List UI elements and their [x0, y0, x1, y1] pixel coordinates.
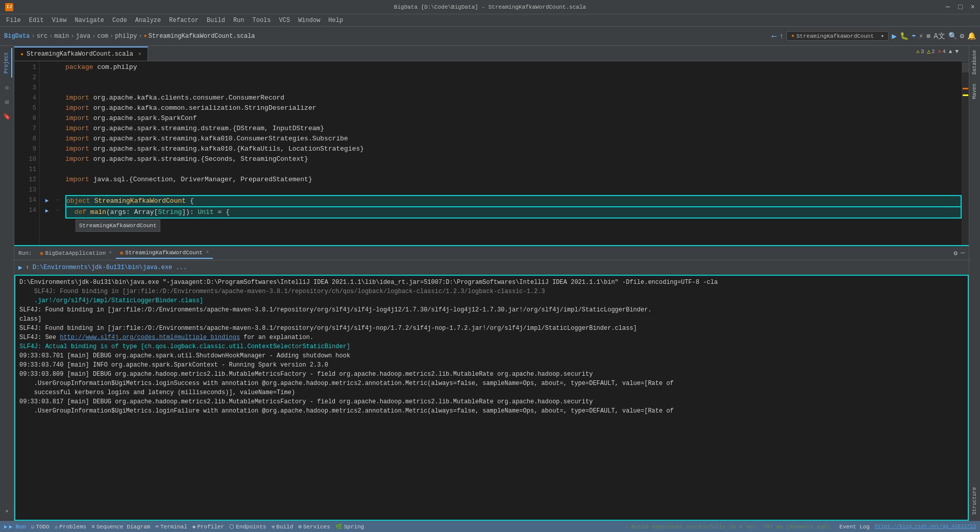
error-badge[interactable]: ✕ 4 [938, 48, 946, 55]
menu-item-build[interactable]: Build [203, 16, 229, 25]
favorites-icon[interactable]: ★ [1, 504, 13, 517]
warning-badge[interactable]: ⚠ 3 [916, 48, 924, 55]
status-terminal-btn[interactable]: ⌨ Terminal [155, 523, 187, 530]
maximize-button[interactable]: □ [958, 3, 962, 11]
run-tab-streaming[interactable]: ◉ StreamingKafkaWordCount × [116, 248, 213, 259]
run-gutter-btn-14[interactable]: ▶ [40, 205, 54, 215]
status-todo-btn[interactable]: ☑ TODO [31, 523, 50, 530]
error-count: 4 [942, 49, 946, 55]
status-profiler-label: Profiler [197, 524, 224, 530]
run-with-profiler-button[interactable]: ⚡ [919, 32, 923, 40]
structure-side-icon[interactable]: ⊞ [1, 96, 13, 108]
status-build-btn[interactable]: ⚒ Build [272, 523, 293, 530]
stop-button[interactable]: ■ [926, 32, 930, 40]
code-editor[interactable]: 1 2 3 4 5 6 7 8 9 10 11 12 13 14 14 [14, 61, 969, 245]
menu-item-help[interactable]: Help [324, 16, 347, 25]
expand-icon[interactable]: ▲ [949, 49, 952, 55]
translate-icon[interactable]: A文 [934, 32, 945, 41]
menu-item-window[interactable]: Window [294, 16, 324, 25]
settings-icon[interactable]: ⚙ [960, 32, 964, 40]
debug-button[interactable]: 🐛 [900, 32, 909, 40]
editor-tab-streaming[interactable]: ● StreamingKafkaWordCount.scala × [14, 46, 148, 61]
status-run-btn[interactable]: ▶ ▶ Run [4, 523, 26, 530]
run-config-icon: ● [791, 33, 794, 39]
menu-item-vcs[interactable]: VCS [275, 16, 295, 25]
commit-tab-icon[interactable]: ⊙ [1, 82, 13, 94]
menu-item-edit[interactable]: Edit [25, 16, 48, 25]
breadcrumb-main[interactable]: main [54, 33, 69, 40]
status-profiler-btn[interactable]: ◈ Profiler [192, 523, 224, 530]
fold-btn-14[interactable]: − [54, 205, 61, 215]
close-button[interactable]: × [971, 3, 975, 11]
scroll-overview [962, 61, 969, 245]
database-panel-label[interactable]: Database [971, 48, 978, 77]
run-play-btn[interactable]: ▶ [18, 263, 22, 272]
menu-item-run[interactable]: Run [229, 16, 249, 25]
notifications-icon[interactable]: 🔔 [967, 32, 976, 40]
status-spring-icon: 🌿 [335, 523, 342, 530]
status-build-icon2: ✓ [626, 523, 629, 530]
code-line-4: import org.apache.kafka.clients.consumer… [65, 93, 962, 103]
tab-close-btn[interactable]: × [138, 52, 141, 57]
project-tab-label[interactable]: Project [2, 48, 12, 78]
console-line-hadoop4: 09:33:03.817 [main] DEBUG org.apache.had… [19, 397, 964, 406]
vcs-update-icon[interactable]: ⟵ [772, 32, 776, 40]
collapse-icon[interactable]: ▼ [955, 49, 959, 55]
console-output[interactable]: D:\Environments\jdk-8u131\bin\java.exe "… [14, 275, 969, 521]
console-line-slf4j2: .jar!/org/slf4j/impl/StaticLoggerBinder.… [19, 296, 964, 305]
breadcrumb-java[interactable]: java [76, 33, 90, 40]
minor-warning-badge[interactable]: △ 2 [927, 48, 935, 55]
status-problems-btn[interactable]: ⚠ Problems [55, 523, 86, 530]
status-run-icon: ▶ [4, 523, 8, 530]
run-coverage-button[interactable]: ☂ [912, 32, 916, 40]
run-tab-streaming-close[interactable]: × [206, 250, 209, 255]
code-content[interactable]: package com.philpy import org.apache.kaf… [61, 61, 962, 245]
menu-item-navigate[interactable]: Navigate [70, 16, 108, 25]
breadcrumb-bigdata[interactable]: BigData [4, 33, 30, 40]
breadcrumb-src[interactable]: src [37, 33, 48, 40]
status-spring-btn[interactable]: 🌿 Spring [335, 523, 364, 530]
scala-file-icon: ● [20, 52, 23, 57]
breadcrumb-file[interactable]: ● StreamingKafkaWordCount.scala [144, 33, 255, 40]
run-gutter-btn-13[interactable]: ▶ [40, 195, 54, 205]
structure-panel-label[interactable]: Structure [971, 485, 978, 517]
status-sequence-btn[interactable]: ≡ Sequence Diagram [91, 524, 150, 530]
breadcrumb: BigData › src › main › java › com › phil… [4, 33, 255, 40]
app-icon: IJ [5, 3, 13, 11]
status-endpoints-btn[interactable]: ⬡ Endpoints [229, 523, 266, 530]
line-num-14: 14 [14, 195, 36, 205]
toolbar-right-actions: ⟵ ↑ ● StreamingKafkaWordCount ▾ ▶ 🐛 ☂ ⚡ … [772, 31, 976, 41]
menu-item-file[interactable]: File [2, 16, 25, 25]
run-button[interactable]: ▶ [892, 31, 897, 41]
run-panel-gear-icon[interactable]: ⚙ [953, 249, 958, 257]
run-tab-bigdata[interactable]: ◉ BigDataApplication × [36, 248, 116, 258]
fold-btn-13[interactable]: − [54, 195, 61, 205]
status-services-btn[interactable]: ⚙ Services [298, 523, 330, 530]
status-services-label: Services [303, 524, 330, 530]
run-stop-btn[interactable]: ⬆ [26, 263, 30, 272]
vcs-push-icon[interactable]: ↑ [779, 32, 783, 40]
maven-panel-label[interactable]: Maven [971, 82, 978, 101]
status-url[interactable]: https://blog.csdn.net/qq_43613723 [875, 524, 976, 529]
menu-item-refactor[interactable]: Refactor [165, 16, 203, 25]
status-event-log-btn[interactable]: Event Log [840, 524, 870, 530]
breadcrumb-philpy[interactable]: philpy [115, 33, 137, 40]
console-hyperlink[interactable]: http://www.slf4j.org/codes.html#multiple… [60, 334, 240, 341]
menu-item-code[interactable]: Code [108, 16, 131, 25]
status-build-result: ✓ Build completed successfully in 4 sec,… [626, 523, 830, 530]
console-line-shutdown: 09:33:03.701 [main] DEBUG org.apache.spa… [19, 351, 964, 360]
menu-item-tools[interactable]: Tools [249, 16, 275, 25]
console-line-slf4j3b: class] [19, 315, 964, 324]
search-everywhere-icon[interactable]: 🔍 [948, 32, 957, 40]
window-controls[interactable]: ─ □ × [946, 3, 975, 11]
menu-item-view[interactable]: View [48, 16, 71, 25]
bookmarks-icon[interactable]: 🔖 [1, 110, 13, 123]
run-tab-bigdata-close[interactable]: × [109, 250, 112, 256]
status-services-icon: ⚙ [298, 523, 302, 530]
breadcrumb-com[interactable]: com [97, 33, 108, 40]
run-label: Run: [18, 250, 32, 256]
run-panel-minimize-icon[interactable]: ─ [961, 249, 965, 257]
minimize-button[interactable]: ─ [946, 3, 950, 11]
run-config-selector[interactable]: ● StreamingKafkaWordCount ▾ [787, 31, 889, 41]
menu-item-analyze[interactable]: Analyze [131, 16, 165, 25]
